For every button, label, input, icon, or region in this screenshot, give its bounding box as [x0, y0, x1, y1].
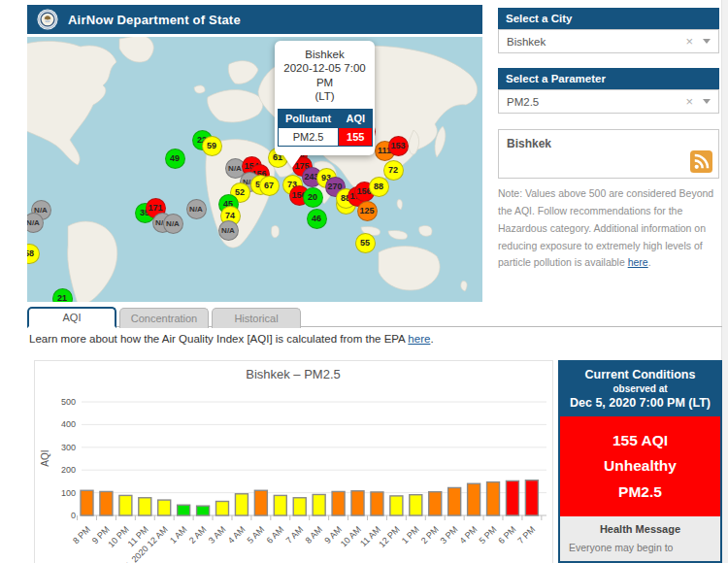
health-message-section: Health Message Everyone may begin to exp… [560, 516, 720, 563]
chart-bar[interactable] [216, 501, 229, 515]
svg-text:0: 0 [71, 511, 76, 520]
health-message-text: Everyone may begin to experience health … [569, 539, 711, 563]
chart-bar[interactable] [254, 490, 267, 515]
chart-bar[interactable] [351, 491, 364, 515]
chart-x-label: 4 PM [458, 524, 480, 546]
parameter-select-box: Select a Parameter PM2.5 × [498, 68, 719, 114]
chevron-down-icon[interactable] [703, 99, 711, 104]
popup-pollutant-value: PM2.5 [279, 127, 339, 146]
chart-bar[interactable] [410, 495, 422, 515]
chart-x-label: 3 AM [207, 524, 228, 546]
popup-datetime: 2020-12-05 7:00 PM [278, 61, 372, 89]
learn-more-here-link[interactable]: here [408, 333, 430, 345]
current-aqi-pollutant: PM2.5 [564, 480, 716, 505]
chart-bar[interactable] [506, 480, 518, 515]
rss-icon[interactable] [690, 150, 712, 173]
note-suffix: . [648, 256, 651, 268]
chart-x-label: 5 AM [246, 524, 267, 546]
city-select[interactable]: Bishkek × [498, 29, 719, 53]
map-marker[interactable]: N/A [27, 213, 44, 233]
map-popup: Bishkek 2020-12-05 7:00 PM (LT) Pollutan… [275, 41, 375, 155]
world-aqi-map[interactable]: N/AN/A582149225935171N/AN/AN/AN/A154156N… [27, 37, 482, 302]
map-marker[interactable]: 46 [307, 209, 327, 229]
clear-icon[interactable]: × [685, 95, 693, 108]
chart-bar[interactable] [139, 498, 151, 515]
chart-x-label: 2 PM [419, 524, 441, 546]
state-department-seal-icon [37, 9, 58, 30]
map-marker[interactable]: 72 [383, 160, 404, 181]
svg-text:200: 200 [61, 465, 76, 475]
popup-aqi-value: 155 [339, 127, 373, 146]
chart-x-label: 6 AM [265, 524, 286, 546]
chart-bar[interactable] [371, 492, 383, 515]
svg-text:300: 300 [61, 443, 76, 452]
map-marker[interactable]: 59 [202, 136, 222, 156]
chart-x-label: 7 PM [515, 524, 537, 546]
current-aqi-category: Unhealthy [564, 453, 716, 479]
tab-historical[interactable]: Historical [212, 308, 301, 328]
map-marker[interactable]: 49 [165, 149, 185, 169]
map-marker[interactable]: 67 [259, 176, 280, 196]
chart-bar[interactable] [197, 506, 210, 515]
chart-x-label: 6 PM [496, 524, 517, 546]
map-marker[interactable]: 88 [369, 177, 389, 197]
parameter-select[interactable]: PM2.5 × [498, 89, 719, 114]
chart-bar[interactable] [332, 491, 345, 515]
note-here-link[interactable]: here [628, 256, 648, 268]
svg-text:100: 100 [61, 488, 76, 498]
chart-x-label: 1 AM [168, 524, 189, 546]
tab-aqi[interactable]: AQI [27, 307, 116, 328]
map-marker[interactable]: 153 [388, 136, 409, 156]
chart-bar[interactable] [178, 505, 190, 515]
chart-bar[interactable] [274, 495, 286, 515]
chart-x-label: 7 AM [284, 524, 306, 546]
popup-timezone: (LT) [278, 89, 372, 103]
chart-bar[interactable] [468, 483, 480, 515]
map-marker[interactable]: 21 [52, 288, 73, 303]
current-conditions-title: Current Conditions [564, 368, 716, 381]
parameter-select-label: Select a Parameter [498, 68, 719, 89]
chart-bar[interactable] [313, 494, 325, 515]
current-conditions-datetime: Dec 5, 2020 7:00 PM (LT) [564, 396, 716, 410]
learn-more-suffix: . [430, 333, 433, 345]
app-title: AirNow Department of State [68, 13, 241, 27]
chart-bar[interactable] [390, 496, 403, 515]
chart-bar[interactable] [100, 491, 113, 515]
rss-feed-title: Bishkek [507, 137, 551, 150]
chart-bar[interactable] [429, 492, 442, 515]
popup-col-pollutant: Pollutant [279, 109, 339, 127]
chart-x-label: 1 PM [400, 524, 421, 546]
chart-x-label: 8 AM [303, 524, 324, 546]
chart-y-axis-label: AQI [40, 449, 50, 466]
chart-bar[interactable] [293, 498, 306, 515]
map-marker[interactable]: 20 [303, 187, 323, 208]
chart-title: Bishkek – PM2.5 [246, 367, 341, 381]
app-header: AirNow Department of State [27, 5, 482, 34]
chart-bar[interactable] [119, 495, 132, 515]
learn-more-prefix: Learn more about how the Air Quality Ind… [29, 333, 408, 345]
city-select-box: Select a City Bishkek × [498, 8, 719, 53]
tabs: AQI Concentration Historical [27, 307, 301, 328]
parameter-select-value: PM2.5 [507, 96, 539, 108]
map-marker[interactable]: 125 [357, 201, 378, 221]
rss-feed-box: Bishkek [498, 129, 719, 179]
page-scroll-gutter[interactable] [721, 0, 728, 563]
map-marker[interactable]: 55 [355, 233, 376, 253]
chart-bar[interactable] [158, 500, 171, 515]
chart-x-label: 8 PM [71, 524, 92, 546]
map-marker[interactable]: N/A [186, 199, 207, 219]
chart-bar[interactable] [81, 490, 93, 515]
clear-icon[interactable]: × [685, 35, 693, 48]
chevron-down-icon[interactable] [703, 39, 711, 44]
map-marker[interactable]: N/A [163, 214, 183, 234]
current-conditions-panel: Current Conditions observed at Dec 5, 20… [558, 360, 722, 563]
chart-bar[interactable] [525, 480, 538, 515]
map-marker[interactable]: N/A [218, 220, 239, 241]
chart-bar[interactable] [235, 494, 248, 515]
chart-x-label: 4 AM [226, 524, 248, 546]
chart-bar[interactable] [487, 482, 500, 515]
chart-x-label: 10 PM [106, 524, 130, 548]
chart-bar[interactable] [448, 487, 461, 515]
tab-concentration[interactable]: Concentration [119, 308, 209, 328]
chart-x-label: 12 PM [377, 524, 401, 548]
